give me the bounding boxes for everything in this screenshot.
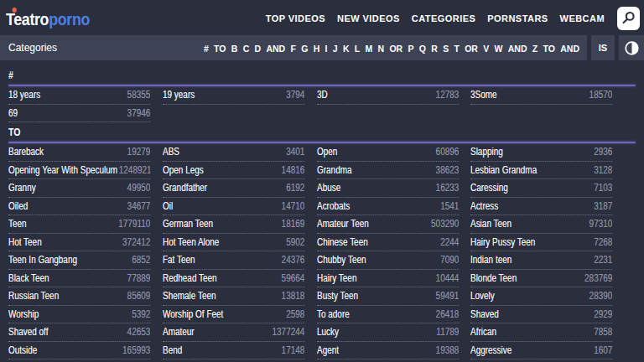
category-item[interactable]: Outside165993 — [8, 342, 150, 360]
nav-item-categories[interactable]: CATEGORIES — [412, 13, 475, 23]
alphabet-link[interactable]: W — [495, 44, 503, 54]
alphabet-link[interactable]: D — [255, 44, 262, 54]
category-item[interactable]: Indian teen2231 — [470, 251, 612, 270]
category-item[interactable]: Russian Teen85609 — [8, 287, 150, 306]
category-count: 1541 — [440, 200, 459, 212]
category-item[interactable]: Teen1779110 — [8, 215, 150, 234]
category-item[interactable]: Bareback19279 — [8, 143, 150, 162]
alphabet-link[interactable]: S — [443, 44, 449, 54]
category-item[interactable]: Lovely28390 — [470, 287, 612, 306]
nav-item-top-videos[interactable]: TOP VIDEOS — [266, 13, 325, 23]
category-name: Fat Teen — [163, 254, 195, 266]
category-item[interactable]: Hot Teen Alone5902 — [163, 234, 304, 252]
category-item[interactable]: Caressing7103 — [470, 179, 612, 198]
category-count: 28390 — [589, 290, 613, 302]
category-count: 3128 — [595, 164, 613, 176]
category-item[interactable]: Aggressive1607 — [470, 342, 612, 360]
category-item[interactable]: Asian Teen97310 — [470, 215, 612, 234]
category-item[interactable]: German Teen18169 — [163, 215, 304, 234]
alphabet-link[interactable]: OR — [389, 44, 402, 54]
category-item[interactable]: 6937946 — [8, 105, 150, 123]
category-item[interactable]: Hot Teen372412 — [8, 234, 150, 252]
category-item[interactable]: Chinese Teen2244 — [317, 234, 459, 252]
alphabet-link[interactable]: H — [314, 44, 320, 54]
alphabet-link[interactable]: TO — [214, 44, 226, 54]
category-item[interactable]: 3Some18570 — [470, 86, 612, 105]
alphabet-link[interactable]: R — [431, 44, 438, 54]
category-item[interactable]: Worship Of Feet2598 — [163, 306, 304, 324]
category-item[interactable]: Granny49950 — [8, 179, 150, 198]
alphabet-link[interactable]: G — [301, 44, 308, 54]
category-item[interactable]: Amateur1377244 — [163, 323, 304, 342]
category-name: Aggressive — [470, 344, 512, 356]
category-item[interactable]: Lucky11789 — [317, 323, 459, 342]
category-item[interactable]: Teen In Gangbang6852 — [8, 251, 150, 270]
nav-item-webcam[interactable]: WEBCAM — [560, 13, 605, 23]
category-item[interactable]: Open60896 — [317, 143, 459, 162]
category-item[interactable]: Agent19388 — [317, 342, 459, 360]
category-count: 49950 — [127, 182, 151, 194]
alphabet-link[interactable]: F — [290, 44, 295, 54]
alphabet-link[interactable]: C — [243, 44, 250, 54]
alphabet-link[interactable]: # — [204, 44, 209, 54]
search-button[interactable] — [617, 7, 640, 30]
alphabet-link[interactable]: OR — [465, 44, 478, 54]
category-item[interactable]: 19 years3794 — [163, 86, 304, 105]
category-item[interactable]: Oil14710 — [163, 198, 304, 216]
nav-item-new-videos[interactable]: NEW VIDEOS — [337, 13, 400, 23]
category-item[interactable]: Grandfather6192 — [163, 179, 304, 198]
alphabet-link[interactable]: T — [454, 44, 459, 54]
category-item[interactable]: Shemale Teen13818 — [163, 287, 304, 306]
category-item[interactable]: Hairy Teen10444 — [317, 270, 459, 288]
language-is-button[interactable]: IS — [591, 35, 615, 60]
category-item[interactable]: Shaved2929 — [470, 306, 612, 324]
alphabet-link[interactable]: I — [325, 44, 328, 54]
category-item[interactable]: Open Legs14816 — [163, 162, 304, 180]
category-count: 165993 — [122, 344, 150, 356]
alphabet-link[interactable]: B — [231, 44, 238, 54]
category-item[interactable]: Grandma38623 — [317, 162, 459, 180]
category-item[interactable]: ABS3401 — [163, 143, 304, 162]
category-item[interactable]: Lesbian Grandma3128 — [470, 162, 612, 180]
category-item[interactable]: Worship5392 — [8, 306, 150, 324]
category-item[interactable]: Bend17148 — [163, 342, 304, 360]
category-item[interactable]: Blonde Teen283769 — [470, 270, 612, 288]
nav-item-pornstars[interactable]: PORNSTARS — [487, 13, 548, 23]
alphabet-link[interactable]: V — [483, 44, 489, 54]
category-item[interactable]: Abuse16233 — [317, 179, 459, 198]
alphabet-link[interactable]: Q — [419, 44, 426, 54]
category-count: 58355 — [127, 89, 151, 101]
category-item[interactable]: 3D12783 — [317, 86, 459, 105]
category-item[interactable]: Acrobats1541 — [317, 198, 459, 216]
category-item[interactable]: Opening Year With Speculum1248921 — [8, 162, 150, 180]
alphabet-link[interactable]: N — [378, 44, 385, 54]
theme-toggle-button[interactable] — [619, 35, 644, 60]
alphabet-link[interactable]: K — [343, 44, 350, 54]
category-item[interactable]: Redhead Teen59664 — [163, 270, 304, 288]
category-item[interactable]: Oiled34677 — [8, 198, 150, 216]
category-item[interactable]: Amateur Teen503290 — [317, 215, 459, 234]
alphabet-link[interactable]: M — [366, 44, 373, 54]
category-item[interactable]: Actress3187 — [470, 198, 612, 216]
alphabet-link[interactable]: Z — [532, 44, 538, 54]
alphabet-link[interactable]: P — [408, 44, 414, 54]
category-item[interactable]: Shaved off42653 — [8, 323, 150, 342]
category-count: 18570 — [589, 89, 613, 101]
category-item[interactable]: Hairy Pussy Teen7268 — [470, 234, 612, 252]
category-item[interactable]: Chubby Teen7090 — [317, 251, 459, 270]
site-logo[interactable]: Teatro porno — [6, 8, 90, 28]
category-count: 5902 — [286, 236, 304, 248]
alphabet-link[interactable]: AND — [508, 44, 527, 54]
category-item[interactable]: Slapping2936 — [470, 143, 612, 162]
category-item[interactable]: 18 years58355 — [8, 86, 150, 105]
alphabet-link[interactable]: AND — [266, 44, 285, 54]
category-item[interactable]: Fat Teen24376 — [163, 251, 304, 270]
category-item[interactable]: African7858 — [470, 323, 612, 342]
alphabet-link[interactable]: TO — [543, 44, 555, 54]
category-item[interactable]: Black Teen77889 — [8, 270, 150, 288]
alphabet-link[interactable]: AND — [560, 44, 579, 54]
alphabet-link[interactable]: L — [355, 44, 360, 54]
category-item[interactable]: Busty Teen59491 — [317, 287, 459, 306]
alphabet-link[interactable]: J — [333, 44, 338, 54]
category-item[interactable]: To adore26418 — [317, 306, 459, 324]
